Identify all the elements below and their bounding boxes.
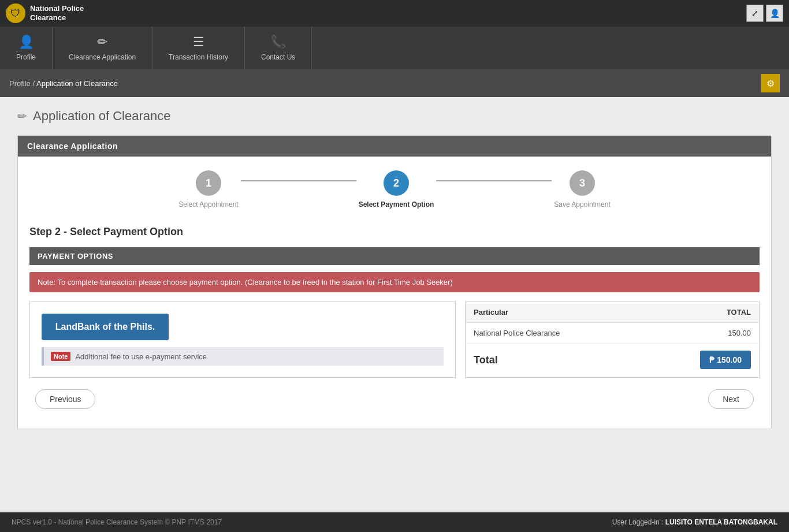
page-content: ✏ Application of Clearance Clearance App… [0,97,789,512]
footer: NPCS ver1.0 - National Police Clearance … [0,512,789,532]
transaction-icon: ☰ [193,35,204,50]
user-icon-button[interactable]: 👤 [766,5,783,22]
card-body: 1 Select Appointment 2 Select Payment Op… [18,157,771,429]
payment-table: Particular TOTAL National Police Clearan… [466,302,759,344]
row-particular: National Police Clearance [466,323,676,344]
step-3-label: Save Appointment [554,200,610,209]
landbank-button[interactable]: LandBank of the Phils. [42,314,169,340]
breadcrumb: Profile / Application of Clearance ⚙ [0,69,789,97]
clearance-icon: ✏ [97,35,107,50]
nav-item-contact[interactable]: 📞 Contact Us [245,27,312,69]
main-nav: 👤 Profile ✏ Clearance Application ☰ Tran… [0,27,789,69]
table-row: National Police Clearance 150.00 [466,323,759,344]
user-info: User Logged-in : LUISITO ENTELA BATONGBA… [612,518,777,526]
version-text: NPCS ver1.0 - National Police Clearance … [12,518,222,526]
footer-buttons: Previous Next [29,378,760,415]
profile-icon: 👤 [18,35,34,50]
user-prefix: User Logged-in : [612,518,665,526]
next-button[interactable]: Next [708,389,754,409]
payment-section-header: PAYMENT OPTIONS [29,247,760,265]
step-2-label: Select Payment Option [359,200,434,209]
main-card: Clearance Application 1 Select Appointme… [17,135,772,429]
col-particular: Particular [466,302,676,323]
logo-area: 🛡 National Police Clearance [6,3,84,23]
page-title: ✏ Application of Clearance [17,109,772,124]
nav-item-transaction[interactable]: ☰ Transaction History [152,27,245,69]
step-heading-bold: Step 2 [29,226,61,237]
logo-text: National Police Clearance [30,4,84,22]
nav-item-clearance[interactable]: ✏ Clearance Application [53,27,152,69]
payment-left: LandBank of the Phils. Note Additional f… [29,302,456,378]
total-row: Total ₱ 150.00 [466,344,759,376]
expand-button[interactable]: ⤢ [746,5,764,22]
stepper: 1 Select Appointment 2 Select Payment Op… [29,170,760,209]
card-header: Clearance Application [18,136,771,157]
page-title-icon: ✏ [17,109,27,123]
note-bar: Note: To complete transaction please cho… [29,272,760,292]
step-heading: Step 2 - Select Payment Option [29,226,760,238]
step-2: 2 Select Payment Option [359,170,434,209]
settings-gear-button[interactable]: ⚙ [761,74,780,92]
step-heading-rest: - Select Payment Option [61,226,183,237]
contact-icon: 📞 [270,35,286,50]
step-3-circle: 3 [570,170,595,196]
step-2-circle: 2 [384,170,409,196]
col-total: TOTAL [676,302,759,323]
user-name: LUISITO ENTELA BATONGBAKAL [665,518,777,526]
step-line-1 [241,180,356,181]
total-amount: ₱ 150.00 [700,351,751,369]
breadcrumb-path: Profile / Application of Clearance [9,79,118,88]
logo-icon: 🛡 [6,3,25,23]
note-text: Note: To complete transaction please cho… [38,278,453,287]
row-amount: 150.00 [676,323,759,344]
previous-button[interactable]: Previous [35,389,95,409]
step-1-circle: 1 [196,170,221,196]
nav-item-profile[interactable]: 👤 Profile [0,27,53,69]
top-bar: 🛡 National Police Clearance ⤢ 👤 [0,0,789,27]
step-3: 3 Save Appointment [554,170,610,209]
step-1: 1 Select Appointment [178,170,238,209]
additional-fee-note: Note Additional fee to use e-payment ser… [42,347,444,366]
breadcrumb-parent[interactable]: Profile [9,79,31,88]
note-badge: Note [51,352,70,361]
step-1-label: Select Appointment [178,200,238,209]
payment-content: LandBank of the Phils. Note Additional f… [29,302,760,378]
breadcrumb-current: Application of Clearance [36,79,118,88]
additional-note-text: Additional fee to use e-payment service [75,352,207,361]
top-bar-actions: ⤢ 👤 [746,5,783,22]
total-label: Total [474,354,498,366]
step-line-2 [436,180,552,181]
payment-right: Particular TOTAL National Police Clearan… [465,302,760,378]
